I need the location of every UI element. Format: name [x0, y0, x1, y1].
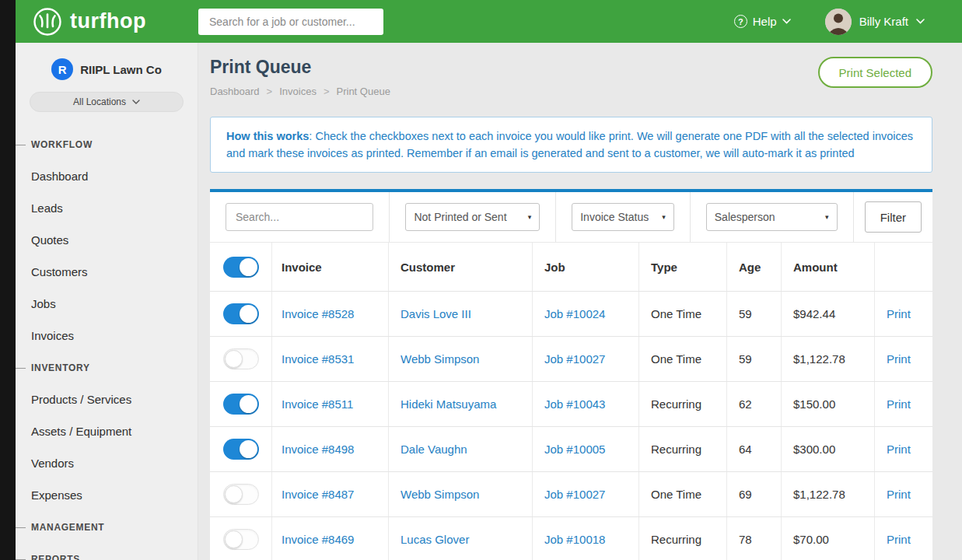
- help-menu[interactable]: ? Help: [734, 15, 791, 28]
- sidebar-item-invoices[interactable]: Invoices: [16, 320, 198, 352]
- customer-link[interactable]: Lucas Glover: [389, 517, 533, 560]
- breadcrumb-separator: >: [267, 86, 273, 97]
- invoice-link[interactable]: Invoice #8487: [272, 472, 389, 516]
- breadcrumb-dashboard[interactable]: Dashboard: [210, 86, 260, 97]
- type-cell: Recurring: [639, 427, 727, 471]
- breadcrumb-print-queue: Print Queue: [337, 86, 390, 97]
- column-header-customer: Customer: [389, 243, 533, 291]
- section-dash: [16, 145, 26, 145]
- job-link[interactable]: Job #10018: [533, 517, 639, 560]
- row-select-cell: [210, 292, 272, 336]
- customer-link[interactable]: Dale Vaughn: [389, 427, 533, 471]
- app-logo[interactable]: turfhop: [33, 7, 198, 37]
- print-queue-panel: Not Printed or Sent ▾ Invoice Status ▾ S…: [210, 189, 932, 560]
- chevron-down-icon: [782, 19, 791, 24]
- row-select-toggle[interactable]: [223, 348, 259, 369]
- sidebar-item-jobs[interactable]: Jobs: [16, 288, 198, 320]
- invoice-status-select[interactable]: Invoice Status ▾: [572, 203, 674, 231]
- sidebar-section-workflow: WORKFLOW: [16, 128, 198, 160]
- main-content: Print Queue Dashboard>Invoices>Print Que…: [198, 43, 962, 560]
- section-dash: [16, 559, 26, 560]
- amount-cell: $150.00: [782, 382, 875, 426]
- print-link[interactable]: Print: [875, 472, 932, 516]
- customer-link[interactable]: Webb Simpson: [389, 472, 533, 516]
- invoice-link[interactable]: Invoice #8528: [272, 292, 389, 336]
- section-header-label: INVENTORY: [31, 362, 90, 373]
- chevron-down-icon: [132, 100, 140, 104]
- amount-cell: $1,122.78: [782, 472, 875, 516]
- type-cell: One Time: [639, 472, 727, 516]
- filter-bar: Not Printed or Sent ▾ Invoice Status ▾ S…: [210, 192, 932, 243]
- row-select-cell: [210, 517, 272, 560]
- table-search-input[interactable]: [226, 203, 373, 231]
- toggle-knob: [240, 395, 257, 413]
- sidebar-item-quotes[interactable]: Quotes: [16, 224, 198, 256]
- job-link[interactable]: Job #10024: [533, 292, 639, 336]
- filter-button-cell: Filter: [854, 192, 932, 242]
- sidebar-item-products-services[interactable]: Products / Services: [16, 383, 198, 415]
- row-select-toggle[interactable]: [223, 303, 259, 324]
- salesperson-select[interactable]: Salesperson ▾: [706, 203, 838, 231]
- company-logo-icon: R: [51, 58, 73, 80]
- filter-button[interactable]: Filter: [865, 201, 922, 233]
- section-header-label: MANAGEMENT: [31, 522, 104, 533]
- table-header-row: InvoiceCustomerJobTypeAgeAmount: [210, 243, 932, 292]
- row-select-toggle[interactable]: [223, 484, 259, 505]
- breadcrumb-invoices[interactable]: Invoices: [279, 86, 317, 97]
- section-header-label: WORKFLOW: [31, 139, 93, 150]
- job-link[interactable]: Job #10027: [533, 472, 639, 516]
- printed-filter-select[interactable]: Not Printed or Sent ▾: [405, 203, 540, 231]
- sidebar-item-assets-equipment[interactable]: Assets / Equipment: [16, 415, 198, 447]
- sidebar-item-leads[interactable]: Leads: [16, 192, 198, 224]
- print-link[interactable]: Print: [875, 337, 932, 381]
- location-selector[interactable]: All Locations: [30, 92, 184, 112]
- job-link[interactable]: Job #10027: [533, 337, 639, 381]
- sidebar-item-vendors[interactable]: Vendors: [16, 447, 198, 479]
- sidebar-item-expenses[interactable]: Expenses: [16, 479, 198, 511]
- row-select-toggle[interactable]: [223, 394, 259, 415]
- salesperson-value: Salesperson: [715, 211, 775, 223]
- age-cell: 78: [727, 517, 782, 560]
- select-all-toggle[interactable]: [223, 257, 259, 278]
- row-select-cell: [210, 382, 272, 426]
- type-cell: One Time: [639, 337, 727, 381]
- company-selector[interactable]: R RIIPL Lawn Co: [16, 58, 198, 80]
- user-menu[interactable]: Billy Kraft: [825, 9, 925, 35]
- row-select-cell: [210, 472, 272, 516]
- age-cell: 59: [727, 292, 782, 336]
- info-box-title: How this works: [226, 130, 309, 142]
- row-select-cell: [210, 427, 272, 471]
- print-link[interactable]: Print: [875, 517, 932, 560]
- global-search-input[interactable]: [198, 9, 383, 35]
- job-link[interactable]: Job #10043: [533, 382, 639, 426]
- customer-link[interactable]: Hideki Matsuyama: [389, 382, 533, 426]
- print-selected-button[interactable]: Print Selected: [818, 57, 932, 88]
- select-all-cell: [210, 243, 272, 291]
- print-link[interactable]: Print: [875, 382, 932, 426]
- row-select-toggle[interactable]: [223, 529, 259, 550]
- section-header-label: REPORTS: [31, 554, 80, 560]
- page-title: Print Queue: [210, 57, 390, 78]
- print-link[interactable]: Print: [875, 292, 932, 336]
- column-header-invoice: Invoice: [272, 243, 389, 291]
- invoice-link[interactable]: Invoice #8511: [272, 382, 389, 426]
- customer-link[interactable]: Webb Simpson: [389, 337, 533, 381]
- invoice-link[interactable]: Invoice #8531: [272, 337, 389, 381]
- row-select-toggle[interactable]: [223, 439, 259, 460]
- select-arrow-icon: ▾: [825, 213, 829, 221]
- invoice-link[interactable]: Invoice #8469: [272, 517, 389, 560]
- invoice-status-value: Invoice Status: [580, 211, 649, 223]
- amount-cell: $942.44: [782, 292, 875, 336]
- page-header: Print Queue Dashboard>Invoices>Print Que…: [210, 57, 932, 97]
- toggle-knob: [240, 258, 257, 276]
- filter-status-cell: Invoice Status ▾: [556, 192, 691, 242]
- sidebar-item-customers[interactable]: Customers: [16, 256, 198, 288]
- invoice-link[interactable]: Invoice #8498: [272, 427, 389, 471]
- avatar: [825, 9, 852, 35]
- customer-link[interactable]: Davis Love III: [389, 292, 533, 336]
- sidebar: R RIIPL Lawn Co All Locations WORKFLOWDa…: [16, 43, 198, 560]
- sidebar-item-dashboard[interactable]: Dashboard: [16, 160, 198, 192]
- job-link[interactable]: Job #10005: [533, 427, 639, 471]
- print-link[interactable]: Print: [875, 427, 932, 471]
- select-arrow-icon: ▾: [528, 213, 532, 221]
